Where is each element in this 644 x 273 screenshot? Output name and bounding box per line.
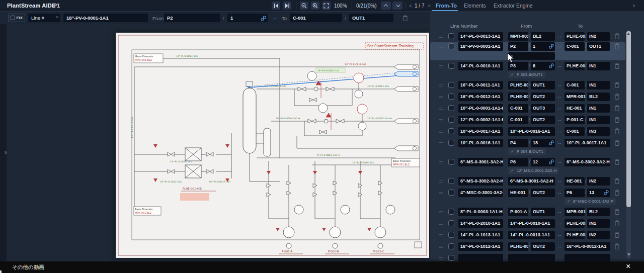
drag-handle-icon[interactable] [439, 246, 443, 248]
drag-handle-icon[interactable] [439, 108, 443, 110]
from-tag-field[interactable]: P2 [508, 42, 528, 51]
scrollbar[interactable] [626, 30, 631, 259]
to-tag-field[interactable]: HE-001 [565, 104, 585, 113]
zoom-in-button[interactable] [311, 2, 319, 10]
line-number-field[interactable]: 6"-MS-0-3002-3A2-H [458, 177, 503, 186]
from-port-field[interactable]: OUT2 [531, 116, 555, 124]
sidebar-expand-chevron[interactable]: › [5, 148, 7, 156]
drag-handle-icon[interactable] [439, 257, 443, 259]
swap-icon[interactable]: ↔ [557, 209, 562, 214]
from-port-field[interactable]: OUT2 [531, 242, 555, 251]
table-row[interactable]: 10"-PL-0-0017-1A110"-PL-0-0016-1A1↔C-001… [430, 127, 625, 136]
swap-icon[interactable]: ↔ [557, 190, 562, 195]
row-checkbox[interactable] [448, 209, 454, 215]
tab-elements[interactable]: Elements [464, 3, 486, 9]
swap-icon[interactable]: ↔ [557, 220, 562, 226]
scrollbar-up-arrow[interactable] [627, 33, 630, 35]
drag-handle-icon[interactable] [439, 223, 443, 225]
from-tag-field[interactable]: C-001 [508, 116, 528, 124]
to-port-field[interactable]: IN1 [587, 81, 610, 89]
trash-icon[interactable] [614, 117, 620, 123]
row-checkbox[interactable] [448, 190, 454, 196]
table-row[interactable]: 8"-PL-0-0003-1A1-HP-001-A/OUT1↔MPR-001/B… [430, 208, 625, 216]
row-checkbox[interactable] [448, 82, 454, 88]
trash-icon[interactable] [614, 140, 620, 146]
from-tag-field[interactable]: PLHE-001 [508, 81, 528, 89]
to-port-field[interactable]: IN1 [587, 116, 610, 124]
suggestion-tag[interactable]: ✓ 8"-MSC-0-2001-3A2-P [565, 198, 616, 205]
to-port-field[interactable]: OUT1 [587, 42, 610, 51]
drag-handle-icon[interactable] [439, 211, 443, 213]
table-row[interactable]: 16"-PL-0-0012-1A1PLHE-001/OUT2↔MPR-001/B… [430, 93, 625, 101]
drag-handle-icon[interactable] [439, 119, 443, 121]
drag-handle-icon[interactable] [439, 46, 443, 48]
from-port-field[interactable]: 1 [531, 42, 555, 51]
from-port-field[interactable]: BL2 [531, 32, 555, 41]
to-tag-field[interactable]: HE-001 [565, 177, 585, 186]
line-number-input[interactable]: 18"-PV-0-0001-1A1 [63, 14, 148, 22]
link-icon[interactable] [549, 159, 554, 164]
row-checkbox[interactable] [448, 255, 454, 261]
line-number-field[interactable]: 6"-MS-0-3001-3A2-H [458, 158, 503, 166]
line-number-field[interactable]: 10"-PL-0-0017-1A1 [458, 127, 503, 136]
to-port-field[interactable]: BL2 [587, 93, 610, 101]
drawing-canvas[interactable]: › For PlantStream Training Base Flowrate… [0, 24, 430, 261]
exchanger-he-001[interactable] [256, 128, 271, 156]
swap-icon[interactable]: ↔ [557, 105, 562, 111]
suggestion-tag[interactable]: ✓ P-004-B/OUT1 [508, 148, 546, 155]
table-row[interactable]: 10"-PL-0-0016-1A1P4/18↔10"-PL-0-0017-1A1… [430, 139, 625, 155]
fix-checkbox[interactable] [11, 16, 15, 20]
to-port-field[interactable]: IN1 [587, 62, 610, 70]
from-tag-field[interactable]: MPR-001 [508, 32, 528, 41]
to-tag-field[interactable]: P-001-C [565, 116, 585, 124]
link-icon[interactable] [549, 140, 554, 145]
from-tag-field[interactable]: PLHE-001 [508, 93, 528, 101]
from-port-field[interactable]: 12 [531, 158, 555, 166]
to-port-field[interactable]: IN2 [587, 177, 610, 186]
from-field[interactable]: 14"-PL-0-0010-1A1 [508, 219, 555, 228]
trash-icon[interactable] [614, 82, 620, 88]
table-row[interactable]: 4"-MSC-0-3001-3A2-IHE-001/OUT2↔P6/13✓ 8"… [430, 189, 625, 205]
table-row[interactable]: 14"-PL-0-0010-1A1P3/8↔PLHE-001/IN1✓ P-00… [430, 62, 625, 78]
drag-handle-icon[interactable] [439, 161, 443, 163]
row-checkbox[interactable] [448, 232, 454, 238]
table-row[interactable]: 6"-MS-0-3002-3A2-H6"-MS-0-3001-3A2-H↔HE-… [430, 177, 625, 186]
suggestion-tag[interactable]: ✓ 12"-MS-0-2001-3A2-H [508, 167, 559, 174]
to-tag-input[interactable]: C-001 [290, 14, 342, 22]
from-tag-input[interactable]: P2 [164, 14, 220, 22]
table-row[interactable]: 18"-PV-0-0001-1A1P2/1↔C-001/OUT1✕ [430, 42, 625, 60]
to-tag-field[interactable]: C-001 [565, 42, 585, 51]
swap-icon[interactable]: ↔ [557, 159, 562, 164]
from-field[interactable]: 10"-PL-0-0016-1A1 [508, 127, 555, 136]
next-item-button[interactable] [392, 2, 403, 10]
swap-icon[interactable]: ↔ [557, 94, 562, 99]
to-port-field[interactable]: IN2 [587, 231, 610, 239]
drag-handle-icon[interactable] [439, 65, 443, 67]
table-row[interactable]: 10"-PL-0-0001-1A1-HC-001/OUT3↔HE-001/IN1 [430, 104, 625, 113]
row-checkbox[interactable] [448, 178, 454, 184]
swap-icon[interactable]: ↔ [557, 43, 562, 49]
row-checkbox[interactable] [448, 128, 454, 134]
row-checkbox[interactable] [448, 94, 454, 100]
line-number-field[interactable]: 16"-PL-0-1012-1A1 [458, 242, 503, 251]
drag-handle-icon[interactable] [439, 234, 443, 236]
prev-page-button[interactable]: < [409, 3, 412, 9]
to-port-field[interactable]: IN3 [587, 127, 610, 136]
from-tag-field[interactable]: P4 [508, 139, 528, 147]
vessel-c-001[interactable] [243, 81, 256, 153]
from-port-field[interactable]: OUT3 [531, 104, 555, 113]
to-tag-field[interactable]: PLHE-001 [565, 231, 585, 239]
to-port-input[interactable]: OUT1 [349, 14, 393, 22]
row-checkbox[interactable] [448, 243, 454, 249]
trash-icon[interactable] [614, 94, 620, 100]
trash-icon[interactable] [614, 159, 620, 165]
pid-drawing-sheet[interactable]: For PlantStream Training Base Flowrate M… [116, 33, 429, 258]
to-port-field[interactable]: BL2 [587, 208, 610, 216]
drag-handle-icon[interactable] [439, 192, 443, 194]
swap-icon[interactable]: ↔ [557, 117, 562, 122]
skip-last-button[interactable] [283, 2, 291, 10]
from-port-field[interactable]: OUT2 [531, 189, 555, 197]
link-icon[interactable] [604, 190, 609, 195]
from-port-field[interactable]: OUT2 [531, 93, 555, 101]
tab-extractor-engine[interactable]: Extractor Engine [494, 3, 533, 9]
